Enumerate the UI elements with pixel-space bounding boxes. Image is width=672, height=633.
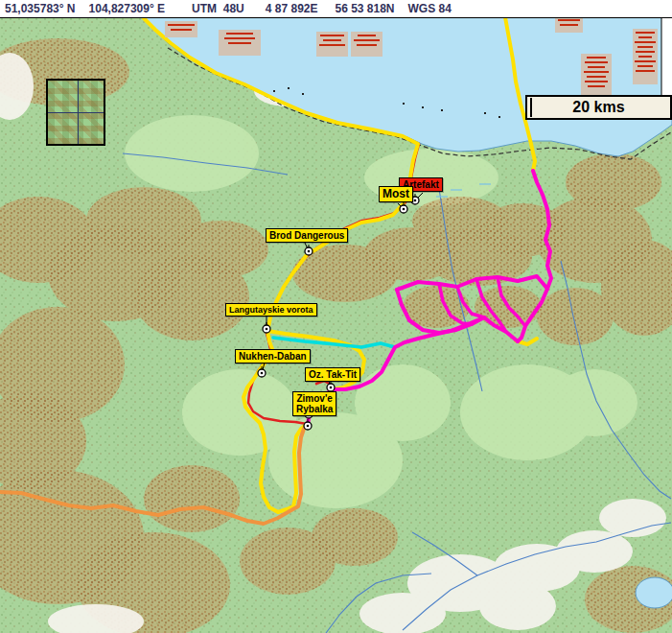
map-name-text-line: [228, 42, 252, 44]
adjacent-map-name-box[interactable]: [633, 29, 658, 84]
map-name-text-line: [354, 39, 380, 41]
map-name-text-line: [636, 70, 654, 72]
adjacent-map-name-box[interactable]: [219, 30, 261, 56]
status-utm-zone: UTM 48U: [192, 2, 244, 15]
waypoint-label-brod-dangerous[interactable]: Brod Dangerous: [266, 228, 348, 243]
map-name-text-line: [224, 37, 256, 39]
map-name-text-line: [635, 41, 655, 43]
status-longitude: 104,827309° E: [89, 2, 166, 15]
map-name-text-line: [587, 76, 606, 78]
map-name-text-line: [171, 29, 192, 31]
status-bar: 51,035783° N 104,827309° E UTM 48U 4 87 …: [0, 0, 672, 18]
small-lake: [636, 577, 672, 608]
map-name-text-line: [638, 36, 653, 38]
map-name-text-line: [320, 35, 343, 36]
status-easting: 4 87 892E: [266, 2, 318, 15]
map-name-text-line: [588, 66, 605, 68]
map-name-text-line: [635, 60, 655, 62]
status-latitude: 51,035783° N: [5, 2, 76, 15]
map-name-text-line: [637, 46, 654, 48]
adjacent-map-name-box[interactable]: [555, 16, 583, 33]
magnifier-inset[interactable]: [46, 79, 105, 146]
map-name-text-line: [357, 44, 377, 46]
waypoint-label-nukhen-daban[interactable]: Nukhen-Daban: [235, 349, 311, 363]
waypoint-label-langutayskie-vorota[interactable]: Langutayskie vorota: [225, 303, 317, 316]
map-name-text-line: [168, 24, 195, 26]
map-name-text-line: [323, 39, 340, 41]
scale-bar: 20 kms: [525, 95, 672, 120]
scale-bar-label: 20 kms: [572, 99, 624, 116]
adjacent-map-name-box[interactable]: [351, 32, 382, 57]
map-name-text-line: [636, 51, 654, 53]
map-name-text-line: [584, 71, 609, 73]
status-datum: WGS 84: [408, 2, 452, 15]
status-northing: 56 53 818N: [335, 2, 394, 15]
inset-crosshair-vertical: [78, 81, 79, 144]
map-name-text-line: [585, 81, 608, 82]
map-name-text-line: [588, 85, 605, 87]
map-name-text-line: [585, 61, 608, 63]
adjacent-map-name-box[interactable]: [581, 54, 612, 100]
map-name-text-line: [319, 44, 345, 46]
adjacent-map-name-box[interactable]: [165, 21, 197, 37]
inset-crosshair-horizontal: [48, 112, 104, 113]
map-name-text-line: [358, 35, 375, 36]
map-name-text-line: [636, 32, 654, 34]
map-name-text-line: [226, 33, 253, 35]
map-application-window: ArtefaktMostBrod DangerousLangutayskie v…: [0, 0, 672, 633]
waypoint-label-zimov-e-rybalka[interactable]: Zimov'e Rybalka: [292, 391, 336, 416]
map-name-text-line: [587, 57, 606, 59]
map-name-text-line: [560, 24, 578, 26]
map-name-text-line: [638, 56, 653, 58]
map-name-text-line: [558, 19, 581, 21]
map-name-text-line: [637, 65, 654, 67]
scale-bar-tick: [530, 98, 532, 117]
waypoint-label-oz-tak-tit[interactable]: Oz. Tak-Tit: [305, 367, 360, 382]
waypoint-label-most[interactable]: Most: [379, 186, 413, 202]
adjacent-map-name-box[interactable]: [316, 32, 348, 57]
